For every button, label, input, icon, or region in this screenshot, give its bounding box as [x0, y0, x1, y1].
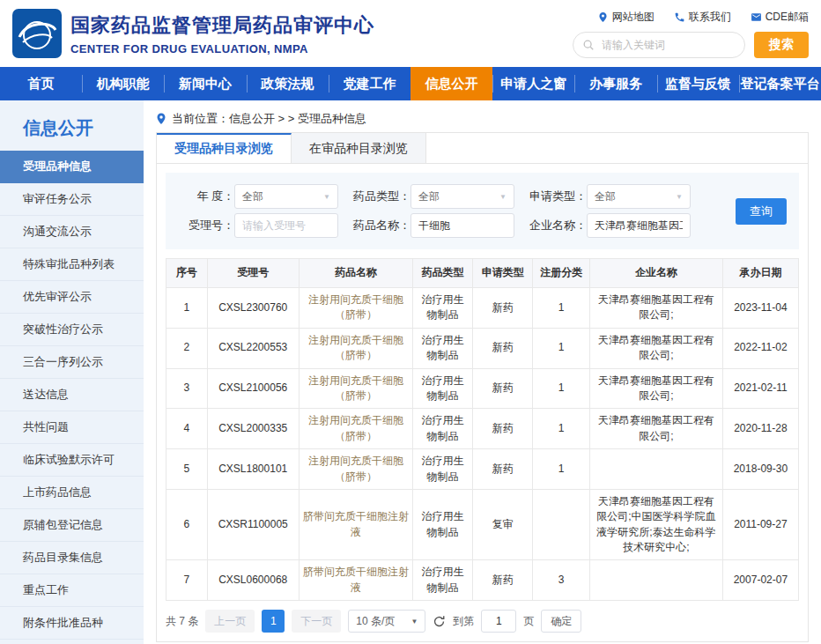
- accept-no-label: 受理号：: [176, 218, 234, 233]
- sidebar-item[interactable]: 优先审评公示: [0, 281, 144, 314]
- page-size-select[interactable]: 10 条/页 ▼: [348, 610, 425, 633]
- column-header: 承办日期: [722, 259, 798, 288]
- tab[interactable]: 受理品种目录浏览: [157, 133, 292, 163]
- sidebar-item[interactable]: 重点工作: [0, 574, 144, 607]
- nav-item[interactable]: 新闻中心: [164, 67, 246, 100]
- year-select[interactable]: 全部 ▼: [234, 184, 338, 209]
- sidebar-item[interactable]: 上市药品信息: [0, 477, 144, 509]
- drug-type-label: 药品类型：: [352, 189, 410, 204]
- cell-drug-name: 注射用间充质干细胞（脐带）: [299, 409, 412, 449]
- cell-drug-type: 治疗用生物制品: [413, 560, 473, 601]
- filter-row-2: 受理号： 药品名称： 企业名称：: [176, 213, 788, 238]
- table-row: 6CXSR1100005脐带间充质干细胞注射液治疗用生物制品复审天津昂赛细胞基因…: [166, 489, 799, 560]
- page: 国家药品监督管理局药品审评中心 CENTER FOR DRUG EVALUATI…: [0, 0, 821, 644]
- cell-reg-class: 1: [533, 368, 590, 409]
- results-table: 序号受理号药品名称药品类型申请类型注册分类企业名称承办日期 1CXSL23007…: [166, 258, 799, 601]
- nav-item[interactable]: 信息公开: [410, 67, 492, 100]
- nav-item[interactable]: 监督与反馈: [657, 67, 739, 100]
- cell-company: 天津昂赛细胞基因工程有限公司;: [590, 328, 723, 368]
- cell-reg-class: [533, 489, 590, 560]
- nav-item[interactable]: 机构职能: [82, 67, 164, 100]
- drug-name-input[interactable]: [410, 213, 514, 238]
- next-page-button[interactable]: 下一页: [292, 610, 341, 633]
- sidebar-item[interactable]: 送达信息: [0, 379, 144, 411]
- table-row: 7CXSL0600068脐带间充质干细胞注射液治疗用生物制品新药32007-02…: [166, 560, 799, 601]
- nav-item[interactable]: 申请人之窗: [492, 67, 574, 100]
- cell-accept-date: 2011-09-27: [722, 489, 798, 560]
- sidebar-item[interactable]: 突破性治疗公示: [0, 314, 144, 346]
- nav-item[interactable]: 党建工作: [329, 67, 410, 100]
- cell-accept-no: CXSL2300760: [207, 288, 299, 329]
- cell-accept-date: 2020-11-28: [722, 409, 798, 449]
- mailbox-link[interactable]: CDE邮箱: [751, 10, 809, 25]
- goto-suffix: 页: [523, 614, 534, 629]
- accept-no-input[interactable]: [234, 213, 338, 238]
- table-row: 1CXSL2300760注射用间充质干细胞（脐带）治疗用生物制品新药1天津昂赛细…: [166, 288, 799, 329]
- cell-reg-class: 1: [533, 409, 590, 449]
- cell-index: 5: [166, 449, 208, 490]
- prev-page-button[interactable]: 上一页: [205, 610, 255, 633]
- company-input[interactable]: [587, 213, 691, 238]
- cell-drug-type: 治疗用生物制品: [413, 449, 473, 490]
- chevron-down-icon: ▼: [499, 193, 507, 201]
- header-links: 网站地图联系我们CDE邮箱: [597, 10, 809, 25]
- drug-type-select[interactable]: 全部 ▼: [410, 184, 514, 209]
- table-row: 3CXSL2100056注射用间充质干细胞（脐带）治疗用生物制品新药1天津昂赛细…: [166, 368, 799, 409]
- cell-drug-name: 注射用间充质干细胞（脐带）: [299, 328, 412, 368]
- cell-reg-class: 1: [533, 449, 590, 490]
- sidebar-item[interactable]: 受理品种信息: [0, 151, 144, 183]
- column-header: 受理号: [207, 259, 299, 288]
- cell-accept-no: CXSL1800101: [207, 449, 299, 490]
- search-button[interactable]: 搜索: [754, 32, 809, 58]
- refresh-icon[interactable]: [433, 615, 446, 628]
- sidebar-item[interactable]: 共性问题: [0, 411, 144, 444]
- sidebar-item[interactable]: 沟通交流公示: [0, 216, 144, 248]
- cell-drug-name: 注射用间充质干细胞（脐带）: [299, 288, 412, 329]
- apply-type-select[interactable]: 全部 ▼: [587, 184, 691, 209]
- contact-link[interactable]: 联系我们: [674, 10, 731, 25]
- cell-accept-date: 2007-02-07: [722, 560, 798, 601]
- cell-drug-type: 治疗用生物制品: [413, 288, 473, 329]
- chevron-down-icon: ▼: [323, 193, 330, 201]
- cell-reg-class: 1: [533, 328, 590, 368]
- header-link-label: CDE邮箱: [766, 10, 809, 25]
- cell-accept-date: 2018-09-30: [722, 449, 798, 490]
- drug-type-value: 全部: [418, 189, 440, 204]
- nav-item[interactable]: 政策法规: [247, 67, 329, 100]
- cell-apply-type: 新药: [473, 449, 533, 490]
- chevron-down-icon: ▼: [410, 618, 418, 625]
- breadcrumb-text: 当前位置：信息公开 > > 受理品种信息: [172, 111, 366, 127]
- company-filter: 企业名称：: [529, 213, 691, 238]
- cell-company: [590, 560, 723, 601]
- sidebar-item[interactable]: 临床试验默示许可: [0, 444, 144, 477]
- cell-index: 3: [166, 368, 208, 409]
- goto-page-input[interactable]: [481, 610, 516, 633]
- search-icon: [582, 39, 595, 51]
- goto-label: 到第: [453, 614, 474, 629]
- cell-index: 6: [166, 489, 208, 560]
- sidebar-item[interactable]: 原辅包登记信息: [0, 509, 144, 542]
- sidebar-item[interactable]: 审评任务公示: [0, 183, 144, 216]
- cell-apply-type: 新药: [473, 560, 533, 601]
- drug-name-filter: 药品名称：: [352, 213, 514, 238]
- cell-drug-name: 脐带间充质干细胞注射液: [299, 560, 412, 601]
- query-button[interactable]: 查询: [736, 198, 787, 225]
- sidebar-item[interactable]: 特殊审批品种列表: [0, 248, 144, 281]
- confirm-button[interactable]: 确定: [541, 610, 581, 633]
- site-search-box[interactable]: [573, 32, 745, 58]
- cell-drug-type: 治疗用生物制品: [413, 328, 473, 368]
- sidebar-item[interactable]: 药品目录集信息: [0, 542, 144, 574]
- nav-item[interactable]: 办事服务: [574, 67, 656, 100]
- sidebar-item[interactable]: 附条件批准品种: [0, 607, 144, 640]
- accept-no-filter: 受理号：: [176, 213, 338, 238]
- nav-item[interactable]: 登记备案平台: [739, 67, 821, 100]
- sidebar-list: 受理品种信息审评任务公示沟通交流公示特殊审批品种列表优先审评公示突破性治疗公示三…: [0, 151, 144, 640]
- sidebar-item[interactable]: 三合一序列公示: [0, 346, 144, 379]
- page-number-1[interactable]: 1: [262, 610, 285, 633]
- tab[interactable]: 在审品种目录浏览: [292, 133, 426, 163]
- site-map-link[interactable]: 网站地图: [597, 10, 655, 25]
- search-row: 搜索: [573, 32, 809, 58]
- search-input[interactable]: [600, 38, 736, 52]
- phone-icon: [674, 11, 685, 23]
- nav-item[interactable]: 首页: [0, 67, 82, 100]
